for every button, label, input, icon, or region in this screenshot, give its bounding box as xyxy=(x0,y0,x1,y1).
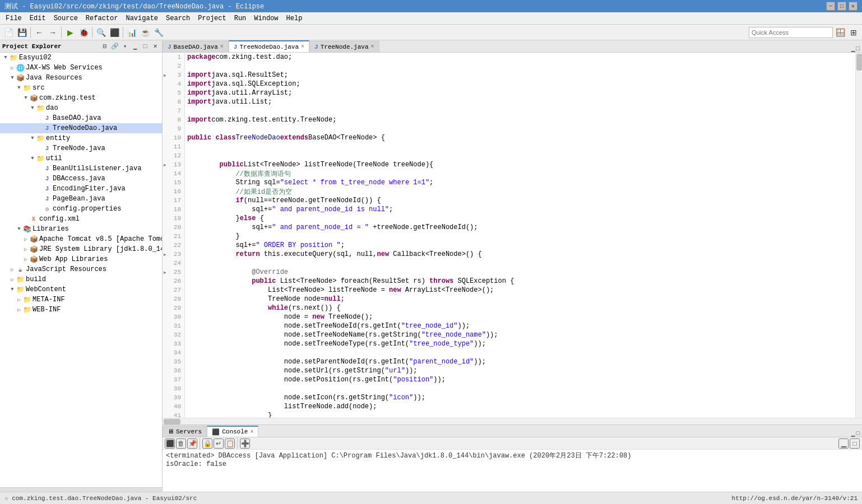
console-min-btn[interactable]: ▁ xyxy=(838,438,849,449)
console-btn[interactable]: ⬛ xyxy=(108,26,121,39)
tab-close-treenodedao[interactable]: × xyxy=(301,44,304,50)
debug-persp-btn[interactable]: 🔧 xyxy=(152,26,165,39)
tree-arrow-empty: ▷ xyxy=(22,216,29,222)
debug-button[interactable]: 🐞 xyxy=(77,26,90,39)
console-stop-btn[interactable]: ⬛ xyxy=(165,438,175,449)
code-editor[interactable]: package com.zking.test.dao; import java.… xyxy=(185,53,855,418)
tab-close-console[interactable]: × xyxy=(250,429,253,435)
line-9: 9 xyxy=(163,124,184,133)
line-7: 7 xyxy=(163,106,184,115)
editor-area: 1 2 3 4 5 6 7 8 9 10 11 12 13 14 15 16 1 xyxy=(163,53,862,424)
tree-item-tomcat[interactable]: ▷ 📦 Apache Tomcat v8.5 [Apache Tomc... xyxy=(0,234,162,244)
menu-refactor[interactable]: Refactor xyxy=(82,13,122,24)
console-pin-btn[interactable]: 📌 xyxy=(187,438,197,449)
menu-run[interactable]: Run xyxy=(231,13,250,24)
prev-edit-button[interactable]: ← xyxy=(33,26,45,39)
tree-item-src[interactable]: ▼ 📁 src xyxy=(0,83,162,93)
explorer-menu-icon[interactable]: ▾ xyxy=(121,42,129,51)
tree-item-util[interactable]: ▼ 📁 util xyxy=(0,153,162,164)
tree-item-config-properties[interactable]: ▷ ⚙ config.properties xyxy=(0,204,162,214)
new-perspective-button[interactable]: ⊞ xyxy=(847,26,860,39)
menu-edit[interactable]: Edit xyxy=(26,13,49,24)
tab-close-treenode[interactable]: × xyxy=(371,44,374,50)
link-editor-icon[interactable]: 🔗 xyxy=(110,42,119,51)
tree-item-easyui02[interactable]: ▼ 📁 Easyui02 xyxy=(0,53,162,63)
tree-item-encodingfiter[interactable]: ▷ J EncodingFiter.java xyxy=(0,184,162,194)
code-line-15: String sql="select * from t_tree_node wh… xyxy=(185,178,855,187)
minimize-button[interactable]: ─ xyxy=(826,2,835,11)
tab-console[interactable]: ⬛ Console × xyxy=(207,426,258,437)
tree-item-jre[interactable]: ▷ 📦 JRE System Library [jdk1.8.0_144] xyxy=(0,244,162,254)
bottom-minimize-icon[interactable]: ▁ xyxy=(851,430,855,437)
tree-item-meta-inf[interactable]: ▷ 📁 META-INF xyxy=(0,295,162,305)
tree-item-jaxws[interactable]: ▷ 🌐 JAX-WS Web Services xyxy=(0,63,162,73)
console-output: <terminated> DBAccess [Java Application]… xyxy=(163,450,862,492)
tree-item-dao[interactable]: ▼ 📁 dao xyxy=(0,103,162,113)
tree-item-build[interactable]: ▷ 📁 build xyxy=(0,274,162,284)
console-word-wrap-btn[interactable]: ↵ xyxy=(214,438,224,449)
java-btn[interactable]: ☕ xyxy=(139,26,151,39)
menu-source[interactable]: Source xyxy=(50,13,81,24)
editor-minimize-icon[interactable]: ▁ xyxy=(851,45,855,52)
tab-servers[interactable]: 🖥 Servers xyxy=(163,426,207,437)
menu-file[interactable]: File xyxy=(2,13,25,24)
tree-item-config-xml[interactable]: ▷ X config.xml xyxy=(0,214,162,224)
console-max-btn[interactable]: □ xyxy=(850,438,860,449)
tree-item-basedao[interactable]: ▷ J BaseDAO.java xyxy=(0,113,162,123)
tree-item-treenodedao[interactable]: ▷ J TreeNodeDao.java xyxy=(0,123,162,133)
tab-close-basedao[interactable]: × xyxy=(220,44,224,50)
menu-project[interactable]: Project xyxy=(194,13,229,24)
console-new-btn[interactable]: ➕ xyxy=(240,438,250,449)
tab-treenodedao[interactable]: J TreeNodeDao.java × xyxy=(229,40,309,52)
collapse-all-icon[interactable]: ⊟ xyxy=(100,42,109,51)
run-button[interactable]: ▶ xyxy=(64,26,76,39)
menu-navigate[interactable]: Navigate xyxy=(122,13,161,24)
menu-window[interactable]: Window xyxy=(251,13,281,24)
console-scroll-lock-btn[interactable]: 🔒 xyxy=(202,438,212,449)
tree-item-webapp-libs[interactable]: ▷ 📦 Web App Libraries xyxy=(0,254,162,264)
editor-maximize-icon[interactable]: □ xyxy=(856,45,860,52)
explorer-max-icon[interactable]: □ xyxy=(141,42,150,51)
tab-basedao[interactable]: J BaseDAO.java × xyxy=(163,41,229,52)
tree-item-web-inf[interactable]: ▷ 📁 WEB-INF xyxy=(0,305,162,315)
maximize-button[interactable]: □ xyxy=(837,2,846,11)
tab-treenode[interactable]: J TreeNode.java × xyxy=(309,41,379,52)
tree-item-js-resources[interactable]: ▷ ☕ JavaScript Resources xyxy=(0,264,162,274)
tree-item-pagebean[interactable]: ▷ J PageBean.java xyxy=(0,194,162,204)
tree-label: config.xml xyxy=(39,215,80,223)
tree-arrow: ▷ xyxy=(22,256,29,263)
editor-hscrollbar[interactable] xyxy=(163,418,862,424)
bottom-maximize-icon[interactable]: □ xyxy=(856,430,860,437)
code-line-37: node.setPosition(rs.getInt("position")); xyxy=(185,375,855,384)
console-copy-btn[interactable]: 📋 xyxy=(225,438,235,449)
tree-item-java-resources[interactable]: ▼ 📦 Java Resources xyxy=(0,73,162,83)
explorer-close-icon[interactable]: × xyxy=(151,42,160,51)
tree-item-webcontent[interactable]: ▼ 📁 WebContent xyxy=(0,284,162,295)
tree-item-entity[interactable]: ▼ 📁 entity xyxy=(0,133,162,143)
left-scroll-bar[interactable] xyxy=(0,487,162,492)
tree-item-package[interactable]: ▼ 📦 com.zking.test xyxy=(0,93,162,103)
tree-label: entity xyxy=(46,134,70,142)
tree-item-dbaccess[interactable]: ▷ J DBAccess.java xyxy=(0,174,162,184)
next-edit-button[interactable]: → xyxy=(47,26,59,39)
tree-item-libraries[interactable]: ▼ 📚 Libraries xyxy=(0,224,162,234)
explorer-min-icon[interactable]: ▁ xyxy=(131,42,140,51)
menu-help[interactable]: Help xyxy=(283,13,306,24)
quick-access-input[interactable] xyxy=(749,27,833,38)
close-button[interactable]: ✕ xyxy=(849,2,858,11)
new-button[interactable]: 📄 xyxy=(2,26,15,39)
search-btn[interactable]: 🔍 xyxy=(95,26,107,39)
tree-item-beanutils[interactable]: ▷ J BeanUtilsListener.java xyxy=(0,164,162,174)
console-clear-btn[interactable]: 🗑 xyxy=(176,438,186,449)
xml-icon: X xyxy=(29,214,38,223)
save-button[interactable]: 💾 xyxy=(16,26,28,39)
tree-label: JAX-WS Web Services xyxy=(26,64,103,72)
tree-item-treenode[interactable]: ▷ J TreeNode.java xyxy=(0,143,162,153)
perspectives-btn[interactable]: 📊 xyxy=(126,26,138,39)
line-41: 41 xyxy=(163,411,184,418)
project-tree: ▼ 📁 Easyui02 ▷ 🌐 JAX-WS Web Services ▼ 📦… xyxy=(0,53,162,487)
properties-icon: ⚙ xyxy=(43,204,52,213)
menu-search[interactable]: Search xyxy=(163,13,193,24)
open-perspective-button[interactable]: 🪟 xyxy=(834,26,846,39)
editor-scrollbar[interactable] xyxy=(855,53,862,418)
